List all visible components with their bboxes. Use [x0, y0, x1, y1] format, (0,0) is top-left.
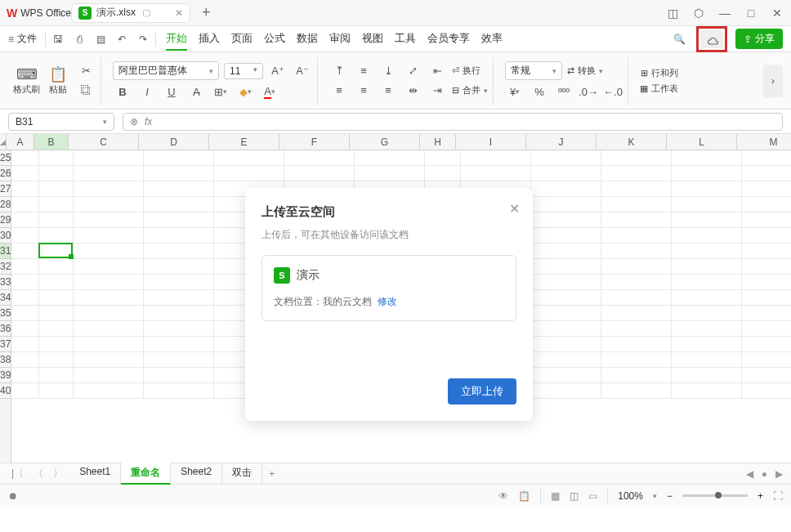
view-page-icon[interactable]: ◫	[570, 490, 579, 502]
zoom-in-icon[interactable]: +	[757, 490, 763, 502]
panel-icon[interactable]: ◫	[665, 7, 680, 20]
tab-view[interactable]: 视图	[362, 28, 383, 51]
percent-icon[interactable]: %	[530, 83, 549, 100]
decrease-font-icon[interactable]: A⁻	[293, 63, 312, 79]
row-header-37[interactable]: 37	[0, 337, 11, 352]
dialog-close-icon[interactable]: ✕	[509, 201, 520, 217]
distribute-icon[interactable]: ⇹	[403, 83, 422, 99]
currency-icon[interactable]: ¥▾	[505, 83, 525, 100]
clipboard-status-icon[interactable]: 📋	[518, 490, 530, 502]
zoom-slider[interactable]	[682, 494, 748, 497]
view-reading-icon[interactable]: ▭	[588, 490, 597, 502]
sheet-tab-0[interactable]: Sheet1	[69, 463, 121, 485]
zoom-value[interactable]: 100%	[618, 490, 643, 502]
document-tab[interactable]: S 演示.xlsx ▢ ✕	[71, 3, 190, 23]
thousands-icon[interactable]: ººº	[554, 83, 574, 100]
align-right-icon[interactable]: ≡	[378, 83, 398, 99]
redo-icon[interactable]: ↷	[134, 30, 152, 48]
row-header-33[interactable]: 33	[0, 275, 11, 290]
rowcol-button[interactable]: ⊞行和列	[640, 67, 678, 79]
row-header-39[interactable]: 39	[0, 368, 11, 383]
new-tab-button[interactable]: +	[202, 4, 211, 21]
row-header-26[interactable]: 26	[0, 166, 11, 181]
row-header-30[interactable]: 30	[0, 228, 11, 244]
add-sheet-button[interactable]: +	[266, 468, 278, 480]
underline-icon[interactable]: U	[162, 83, 181, 100]
cut-icon[interactable]: ✂	[76, 63, 96, 79]
row-header-36[interactable]: 36	[0, 321, 11, 337]
preview-icon[interactable]: ▤	[92, 30, 109, 48]
bold-icon[interactable]: B	[113, 83, 132, 100]
col-header-G[interactable]: G	[350, 134, 420, 150]
border-icon[interactable]: ⊞▾	[211, 83, 230, 100]
col-header-D[interactable]: D	[139, 134, 209, 150]
scroll-thumb[interactable]: ●	[762, 468, 767, 480]
font-size-select[interactable]: 11▾	[224, 63, 263, 79]
select-all-corner[interactable]: ◢	[0, 134, 7, 150]
italic-icon[interactable]: I	[137, 83, 157, 100]
fullscreen-icon[interactable]: ⛶	[773, 490, 783, 502]
row-header-35[interactable]: 35	[0, 306, 11, 321]
tab-insert[interactable]: 插入	[199, 28, 220, 51]
tab-start[interactable]: 开始	[166, 28, 187, 51]
col-header-E[interactable]: E	[209, 134, 279, 150]
row-header-32[interactable]: 32	[0, 259, 11, 275]
tab-window-icon[interactable]: ▢	[142, 7, 150, 18]
tab-page[interactable]: 页面	[231, 28, 252, 51]
col-header-A[interactable]: A	[7, 134, 34, 150]
tab-tools[interactable]: 工具	[395, 28, 416, 51]
sheet-first-icon[interactable]: |〈	[8, 467, 27, 481]
save-icon[interactable]: 🖫	[49, 30, 67, 48]
align-middle-icon[interactable]: ≡	[354, 63, 373, 79]
scroll-right-icon[interactable]: ▶	[775, 468, 783, 480]
active-cell[interactable]	[38, 243, 73, 258]
fx-icon[interactable]: fx	[145, 116, 152, 127]
cancel-fx-icon[interactable]: ⊗	[130, 116, 138, 127]
close-window-icon[interactable]: ✕	[770, 7, 784, 20]
indent-inc-icon[interactable]: ⇥	[427, 83, 447, 99]
name-box[interactable]: B31▾	[8, 113, 114, 131]
sheet-tab-1[interactable]: 重命名	[121, 463, 171, 485]
modify-link[interactable]: 修改	[378, 296, 397, 307]
search-icon[interactable]: 🔍	[670, 30, 688, 48]
decimal-dec-icon[interactable]: ←.0	[603, 83, 623, 100]
upload-now-button[interactable]: 立即上传	[448, 378, 516, 405]
eye-icon[interactable]: 👁	[498, 490, 508, 502]
tab-efficiency[interactable]: 效率	[481, 28, 503, 51]
orientation-icon[interactable]: ⤢	[403, 63, 422, 79]
share-button[interactable]: ⇪ 分享	[735, 29, 783, 49]
row-header-38[interactable]: 38	[0, 352, 11, 368]
cube-icon[interactable]: ⬡	[691, 7, 706, 20]
minimize-icon[interactable]: —	[717, 7, 732, 20]
cloud-upload-button[interactable]	[700, 30, 723, 48]
col-header-J[interactable]: J	[526, 134, 597, 150]
wrap-button[interactable]: ⏎换行	[452, 65, 480, 77]
print-icon[interactable]: ⎙	[70, 30, 88, 48]
sheet-prev-icon[interactable]: 〈	[30, 467, 47, 481]
col-header-L[interactable]: L	[667, 134, 737, 150]
decimal-inc-icon[interactable]: .0→	[579, 83, 598, 100]
undo-icon[interactable]: ↶	[113, 30, 131, 48]
maximize-icon[interactable]: □	[744, 7, 758, 20]
col-header-H[interactable]: H	[420, 134, 456, 150]
formula-bar[interactable]: ⊗ fx	[123, 113, 783, 131]
paste-button[interactable]: 📋 粘贴	[45, 65, 71, 96]
row-header-28[interactable]: 28	[0, 197, 11, 212]
align-top-icon[interactable]: ⤒	[329, 63, 349, 79]
sheet-next-icon[interactable]: 〉	[50, 467, 66, 481]
scroll-left-icon[interactable]: ◀	[746, 468, 753, 480]
sheet-tab-2[interactable]: Sheet2	[171, 463, 222, 485]
col-header-I[interactable]: I	[456, 134, 526, 150]
col-header-F[interactable]: F	[279, 134, 350, 150]
tab-review[interactable]: 审阅	[329, 28, 351, 51]
view-normal-icon[interactable]: ▦	[551, 490, 560, 502]
tab-vip[interactable]: 会员专享	[427, 28, 470, 51]
row-header-31[interactable]: 31	[0, 244, 11, 259]
number-format-select[interactable]: 常规▾	[505, 61, 562, 80]
fill-color-icon[interactable]: ◆▾	[235, 83, 255, 100]
col-header-M[interactable]: M	[737, 134, 791, 150]
tab-data[interactable]: 数据	[297, 28, 318, 51]
ribbon-expand-icon[interactable]: ›	[763, 65, 783, 97]
align-bottom-icon[interactable]: ⤓	[378, 63, 398, 79]
sheet-tab-3[interactable]: 双击	[222, 463, 262, 485]
